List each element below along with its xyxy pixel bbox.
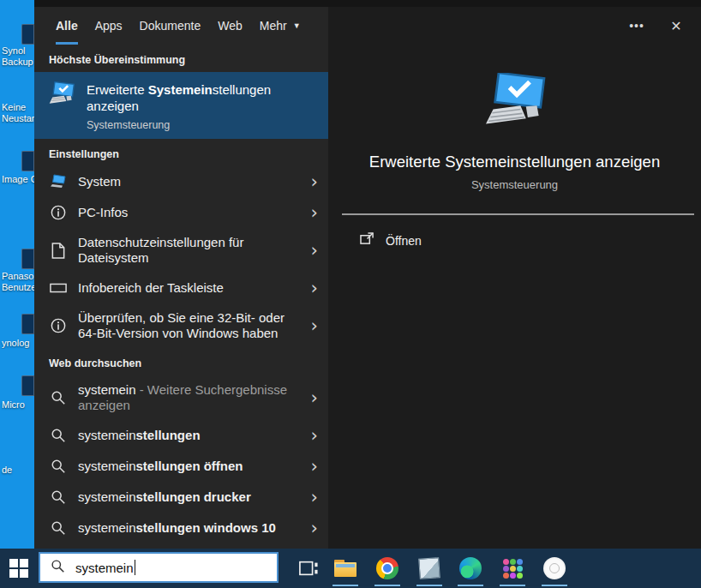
preview-title: Erweiterte Systemeinstellungen anzeigen [369, 153, 660, 171]
running-indicator [416, 585, 442, 587]
background-window-edge [34, 0, 701, 7]
desktop-item-label[interactable]: KeineNeustart [0, 102, 34, 124]
windows-search-screen: SynolBackup KeineNeustart Image C Panaso… [0, 0, 701, 588]
computer-check-icon [480, 73, 550, 135]
chevron-right-icon: › [311, 459, 318, 473]
preview-column: ••• ✕ Erweiterte Systemeinstellungen a [328, 7, 701, 549]
chevron-right-icon: › [311, 521, 318, 535]
web-suggestion[interactable]: systemeinstellungen windows 10 › [34, 513, 328, 543]
taskbar-settings-icon [49, 283, 68, 293]
tab-apps[interactable]: Apps [95, 7, 123, 45]
notepad-button[interactable] [411, 549, 447, 588]
chevron-right-icon: › [311, 206, 318, 219]
white-circle-app-icon [543, 557, 566, 579]
edge-icon [459, 557, 482, 579]
web-suggestion[interactable]: systemeinstellungen › [34, 420, 328, 451]
settings-result-datenschutz[interactable]: Datenschutzeinstellungen für Dateisystem… [34, 228, 328, 273]
file-explorer-button[interactable] [327, 549, 363, 588]
open-external-icon [360, 232, 374, 249]
tab-dokumente[interactable]: Dokumente [140, 7, 201, 45]
settings-result-infobereich[interactable]: Infobereich der Taskleiste › [34, 273, 328, 303]
close-icon[interactable]: ✕ [668, 18, 684, 34]
search-icon [49, 489, 68, 505]
desktop-icon[interactable] [21, 314, 34, 334]
suggestion-label: systemeinstellungen [78, 428, 311, 443]
best-match-subtitle: Systemsteuerung [87, 119, 320, 131]
document-icon [49, 243, 68, 259]
result-label: PC-Infos [78, 205, 311, 220]
chevron-down-icon: ▼ [293, 21, 301, 30]
chevron-right-icon: › [311, 490, 318, 504]
best-match-header: Höchste Übereinstimmung [34, 45, 328, 72]
desktop-icon[interactable] [21, 24, 34, 45]
more-options-icon[interactable]: ••• [629, 19, 644, 33]
preview-divider [342, 213, 694, 215]
result-preview: Erweiterte Systemeinstellungen anzeigen … [328, 45, 701, 249]
web-suggestion[interactable]: systemeinstellungen öffnen › [34, 451, 328, 482]
desktop-item-label[interactable]: Image C [0, 174, 34, 185]
web-suggestion[interactable]: systemein - Weitere Suchergebnisse anzei… [34, 375, 328, 420]
tab-web[interactable]: Web [218, 7, 243, 45]
suggestion-label: systemeinstellungen öffnen [78, 459, 311, 474]
desktop-item-label[interactable]: PanasoBenutze [0, 271, 34, 293]
desktop-icon[interactable] [21, 375, 34, 396]
search-icon [49, 428, 68, 443]
computer-check-icon [47, 81, 76, 111]
search-flyout-panel: Alle Apps Dokumente Web Mehr ▼ Höchste Ü… [34, 7, 701, 549]
tab-alle[interactable]: Alle [56, 7, 78, 45]
white-circle-app-button[interactable] [536, 549, 572, 588]
text-cursor [135, 560, 135, 575]
running-indicator [458, 585, 483, 587]
desktop-item-label[interactable]: ynolog [0, 338, 34, 349]
info-icon [49, 205, 68, 220]
desktop-background: SynolBackup KeineNeustart Image C Panaso… [0, 0, 34, 549]
open-action[interactable]: Öffnen [360, 232, 422, 249]
task-view-button[interactable] [290, 549, 327, 588]
desktop-item-label[interactable]: Micro [0, 399, 34, 411]
best-match-title: Erweiterte Systemeinstellungen anzeigen [87, 81, 320, 114]
chevron-right-icon: › [311, 391, 318, 405]
open-label: Öffnen [386, 234, 422, 248]
result-label: Infobereich der Taskleiste [78, 280, 311, 296]
search-icon [51, 559, 65, 577]
settings-result-system[interactable]: System › [34, 166, 328, 197]
web-suggestion[interactable]: systemeinstellungen drucker › [34, 482, 328, 513]
running-indicator [374, 585, 400, 587]
search-filter-tabs: Alle Apps Dokumente Web Mehr ▼ [34, 7, 328, 45]
app-grid-button[interactable] [494, 549, 530, 588]
search-query-text: systemein [75, 561, 134, 575]
chrome-button[interactable] [369, 549, 405, 588]
desktop-icon[interactable] [21, 249, 34, 269]
result-label: System [78, 174, 311, 189]
search-icon [49, 459, 68, 474]
best-match-texts: Erweiterte Systemeinstellungen anzeigen … [87, 81, 320, 131]
info-icon [49, 318, 68, 333]
results-column: Alle Apps Dokumente Web Mehr ▼ Höchste Ü… [34, 7, 328, 549]
windows-logo-icon [9, 559, 28, 578]
desktop-icon[interactable] [21, 151, 34, 171]
desktop-item-label[interactable]: de [0, 465, 34, 476]
result-label: Überprüfen, ob Sie eine 32-Bit- oder 64-… [78, 310, 311, 341]
task-view-icon [298, 559, 319, 578]
taskbar: systemein [0, 549, 701, 588]
settings-result-pc-infos[interactable]: PC-Infos › [34, 197, 328, 228]
settings-result-32-64-bit[interactable]: Überprüfen, ob Sie eine 32-Bit- oder 64-… [34, 303, 328, 348]
taskbar-search-input[interactable]: systemein [39, 552, 279, 583]
chevron-right-icon: › [311, 319, 318, 333]
tab-mehr[interactable]: Mehr ▼ [260, 7, 301, 45]
preview-subtitle: Systemsteuerung [471, 178, 558, 191]
flyout-controls: ••• ✕ [328, 7, 701, 45]
tab-mehr-label: Mehr [260, 19, 287, 33]
best-match-result[interactable]: Erweiterte Systemeinstellungen anzeigen … [34, 72, 328, 139]
app-grid-icon [503, 559, 523, 579]
edge-button[interactable] [452, 549, 488, 588]
running-indicator [542, 585, 567, 587]
chevron-right-icon: › [311, 175, 318, 189]
desktop-item-label[interactable]: SynolBackup [0, 45, 34, 68]
search-icon [49, 390, 68, 405]
chevron-right-icon: › [311, 429, 318, 442]
chevron-right-icon: › [311, 281, 318, 295]
search-icon [49, 520, 68, 536]
laptop-icon [49, 174, 68, 189]
start-button[interactable] [0, 549, 38, 588]
